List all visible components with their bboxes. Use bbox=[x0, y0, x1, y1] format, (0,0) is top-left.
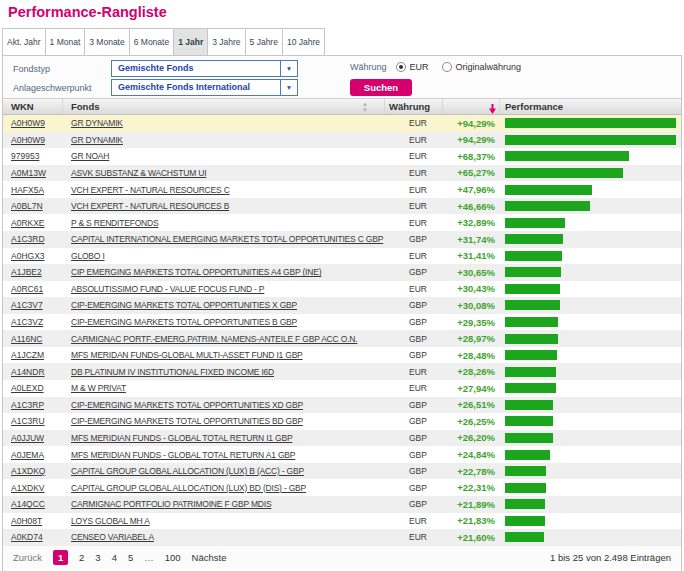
wkn-link[interactable]: A1C3RP bbox=[11, 400, 63, 410]
wkn-link[interactable]: A1C3RD bbox=[11, 234, 63, 244]
tab-6-monate[interactable]: 6 Monate bbox=[130, 28, 174, 55]
wkn-link[interactable]: A0H08T bbox=[11, 516, 63, 526]
wkn-link[interactable]: A0KD74 bbox=[11, 532, 63, 542]
chevron-down-icon[interactable]: ▼ bbox=[280, 80, 297, 95]
wkn-link[interactable]: A1C3V7 bbox=[11, 300, 63, 310]
page-4[interactable]: 4 bbox=[112, 552, 117, 563]
fonds-link[interactable]: VCH EXPERT - NATURAL RESOURCES B bbox=[71, 201, 385, 211]
performance-bar bbox=[505, 400, 553, 410]
wkn-link[interactable]: A0H0W9 bbox=[11, 135, 63, 145]
fonds-link[interactable]: CAPITAL GROUP GLOBAL ALLOCATION (LUX) BD… bbox=[71, 483, 385, 493]
originalwaehrung-radio-label[interactable]: Originalwährung bbox=[456, 62, 522, 72]
wkn-link[interactable]: A0BL7N bbox=[11, 201, 63, 211]
page-5[interactable]: 5 bbox=[128, 552, 133, 563]
wkn-link[interactable]: 979953 bbox=[11, 151, 63, 161]
performance-bar bbox=[505, 201, 590, 211]
fonds-link[interactable]: CAPITAL INTERNATIONAL EMERGING MARKETS T… bbox=[71, 234, 385, 244]
fonds-link[interactable]: MFS MERIDAN FUNDS-GLOBAL MULTI-ASSET FUN… bbox=[71, 350, 385, 360]
column-header-fonds[interactable]: Fonds ▲▼ bbox=[63, 99, 385, 114]
column-header-performance[interactable]: Performance bbox=[500, 99, 681, 114]
fonds-link[interactable]: CIP-EMERGING MARKETS TOTAL OPPORTUNITIES… bbox=[71, 400, 385, 410]
performance-value: +29,35% bbox=[443, 317, 500, 328]
wkn-link[interactable]: A1JCZM bbox=[11, 350, 63, 360]
fonds-link[interactable]: CARMIGNAC PORTFOLIO PATRIMOINE F GBP MDI… bbox=[71, 499, 385, 509]
fonds-link[interactable]: ABSOLUTISSIMO FUND - VALUE FOCUS FUND - … bbox=[71, 284, 385, 294]
performance-bar-cell bbox=[500, 532, 681, 542]
tab-5-jahre[interactable]: 5 Jahre bbox=[246, 28, 283, 55]
fonds-link[interactable]: P & S RENDITEFONDS bbox=[71, 218, 385, 228]
originalwaehrung-radio[interactable] bbox=[442, 62, 452, 72]
eur-radio-label[interactable]: EUR bbox=[410, 62, 429, 72]
currency-cell: EUR bbox=[385, 383, 443, 393]
wkn-link[interactable]: A116NC bbox=[11, 334, 63, 344]
wkn-link[interactable]: A0H0W9 bbox=[11, 118, 63, 128]
fonds-link[interactable]: CIP EMERGING MARKETS TOTAL OPPORTUNITIES… bbox=[71, 267, 385, 277]
tab-akt-jahr[interactable]: Akt. Jahr bbox=[2, 28, 46, 55]
performance-value: +68,37% bbox=[443, 151, 500, 162]
prev-page-button[interactable]: Zurück bbox=[13, 552, 42, 563]
fonds-link[interactable]: CARMIGNAC PORTF.-EMERG.PATRIM. NAMENS-AN… bbox=[71, 334, 385, 344]
fonds-link[interactable]: CENSEO VARIABEL A bbox=[71, 532, 385, 542]
content-panel: Fondstyp Gemischte Fonds ▼ Anlageschwerp… bbox=[2, 56, 682, 571]
currency-cell: GBP bbox=[385, 300, 443, 310]
wkn-link[interactable]: A14QCC bbox=[11, 499, 63, 509]
wkn-link[interactable]: A1C3RU bbox=[11, 416, 63, 426]
wkn-link[interactable]: A1XDKV bbox=[11, 483, 63, 493]
chevron-down-icon[interactable]: ▼ bbox=[280, 61, 297, 76]
next-page-button[interactable]: Nächste bbox=[192, 552, 227, 563]
tab-10-jahre[interactable]: 10 Jahre bbox=[283, 28, 325, 55]
page-2[interactable]: 2 bbox=[79, 552, 84, 563]
fonds-link[interactable]: M & W PRIVAT bbox=[71, 383, 385, 393]
fonds-link[interactable]: MFS MERIDIAN FUNDS - GLOBAL TOTAL RETURN… bbox=[71, 450, 385, 460]
fonds-link[interactable]: MFS MERIDIAN FUNDS - GLOBAL TOTAL RETURN… bbox=[71, 433, 385, 443]
anlageschwerpunkt-select[interactable]: Gemischte Fonds International ▼ bbox=[111, 79, 298, 96]
column-header-wkn[interactable]: WKN bbox=[3, 99, 63, 114]
wkn-link[interactable]: A0JEMA bbox=[11, 450, 63, 460]
fonds-link[interactable]: CAPITAL GROUP GLOBAL ALLOCATION (LUX) B … bbox=[71, 466, 385, 476]
wkn-link[interactable]: A1XDKQ bbox=[11, 466, 63, 476]
fonds-link[interactable]: GLOBO I bbox=[71, 251, 385, 261]
performance-bar-cell bbox=[500, 433, 681, 443]
performance-bar-cell bbox=[500, 284, 681, 294]
suchen-button[interactable]: Suchen bbox=[350, 79, 412, 96]
eur-radio[interactable] bbox=[396, 62, 406, 72]
tab-3-jahre[interactable]: 3 Jahre bbox=[208, 28, 245, 55]
wkn-link[interactable]: A0M13W bbox=[11, 168, 63, 178]
wkn-link[interactable]: A0RKXE bbox=[11, 218, 63, 228]
fonds-link[interactable]: ASVK SUBSTANZ & WACHSTUM UI bbox=[71, 168, 385, 178]
page-100[interactable]: 100 bbox=[165, 552, 181, 563]
currency-cell: EUR bbox=[385, 532, 443, 542]
fonds-link[interactable]: CIP-EMERGING MARKETS TOTAL OPPORTUNITIES… bbox=[71, 416, 385, 426]
wkn-link[interactable]: A0LEXD bbox=[11, 383, 63, 393]
wkn-link[interactable]: A1JBE2 bbox=[11, 267, 63, 277]
fonds-link[interactable]: VCH EXPERT - NATURAL RESOURCES C bbox=[71, 185, 385, 195]
tab-1-monat[interactable]: 1 Monat bbox=[46, 28, 86, 55]
fondstyp-select[interactable]: Gemischte Fonds ▼ bbox=[111, 60, 298, 77]
currency-cell: GBP bbox=[385, 450, 443, 460]
sort-icon[interactable]: ▲▼ bbox=[362, 101, 368, 113]
fonds-link[interactable]: CIP-EMERGING MARKETS TOTAL OPPORTUNITIES… bbox=[71, 300, 385, 310]
performance-bar bbox=[505, 234, 563, 244]
wkn-link[interactable]: A14NDR bbox=[11, 367, 63, 377]
performance-bar bbox=[505, 334, 558, 344]
fonds-link[interactable]: GR DYNAMIK bbox=[71, 135, 385, 145]
fonds-link[interactable]: LOYS GLOBAL MH A bbox=[71, 516, 385, 526]
column-header-waehrung[interactable]: Währung bbox=[385, 99, 443, 114]
wkn-link[interactable]: HAFX5A bbox=[11, 185, 63, 195]
page-1[interactable]: 1 bbox=[53, 550, 68, 565]
wkn-link[interactable]: A0RC61 bbox=[11, 284, 63, 294]
anlageschwerpunkt-label: Anlageschwerpunkt bbox=[13, 83, 92, 93]
tab-1-jahr[interactable]: 1 Jahr bbox=[174, 28, 208, 55]
fonds-link[interactable]: DB PLATINUM IV INSTITUTIONAL FIXED INCOM… bbox=[71, 367, 385, 377]
wkn-link[interactable]: A0HGX3 bbox=[11, 251, 63, 261]
wkn-link[interactable]: A1C3VZ bbox=[11, 317, 63, 327]
column-header-percent[interactable] bbox=[443, 99, 500, 114]
currency-cell: EUR bbox=[385, 516, 443, 526]
wkn-link[interactable]: A0JJUW bbox=[11, 433, 63, 443]
fonds-link[interactable]: CIP-EMERGING MARKETS TOTAL OPPORTUNITIES… bbox=[71, 317, 385, 327]
tab-3-monate[interactable]: 3 Monate bbox=[85, 28, 129, 55]
fonds-link[interactable]: GR DYNAMIK bbox=[71, 118, 385, 128]
fonds-link[interactable]: GR NOAH bbox=[71, 151, 385, 161]
page-3[interactable]: 3 bbox=[95, 552, 100, 563]
sort-desc-icon[interactable] bbox=[489, 103, 496, 119]
